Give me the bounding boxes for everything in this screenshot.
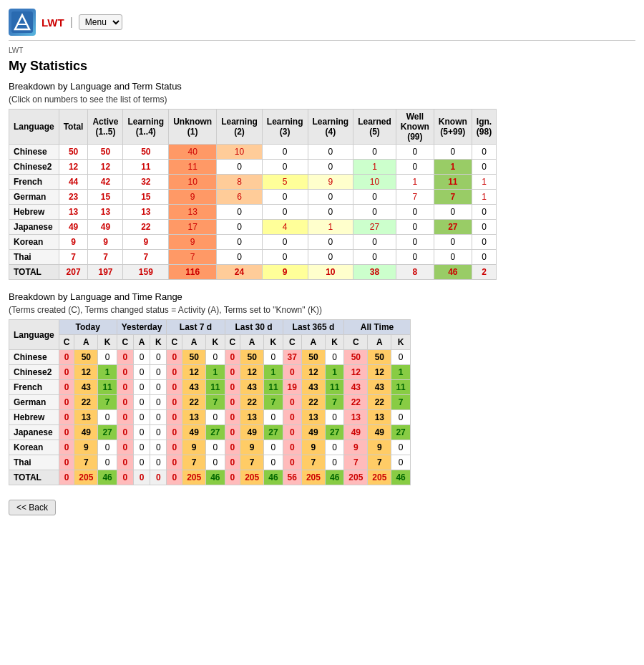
status-cell[interactable]: 15 [123, 190, 169, 205]
status-cell[interactable]: 10 [308, 265, 353, 280]
status-link[interactable]: 11 [141, 162, 150, 172]
status-cell[interactable]: 15 [88, 190, 123, 205]
status-cell[interactable]: 13 [88, 205, 123, 220]
status-cell[interactable]: 27 [434, 220, 472, 235]
status-cell[interactable]: 1 [353, 160, 396, 175]
status-link[interactable]: 1 [413, 177, 418, 187]
status-link[interactable]: 50 [101, 147, 110, 157]
status-link[interactable]: 11 [448, 177, 457, 187]
status-link[interactable]: 1 [482, 192, 487, 202]
status-cell[interactable]: 9 [88, 235, 123, 250]
back-button[interactable]: << Back [9, 500, 56, 515]
status-link[interactable]: 27 [370, 222, 379, 232]
status-cell[interactable]: 13 [123, 205, 169, 220]
status-cell[interactable]: 7 [123, 250, 169, 265]
status-cell[interactable]: 32 [123, 175, 169, 190]
status-link[interactable]: 10 [187, 177, 197, 187]
status-cell[interactable]: 44 [59, 175, 88, 190]
status-cell[interactable]: 13 [59, 205, 88, 220]
status-link[interactable]: 27 [448, 222, 457, 232]
status-link[interactable]: 9 [71, 237, 76, 247]
status-cell[interactable]: 159 [123, 265, 169, 280]
status-link[interactable]: 8 [237, 177, 242, 187]
status-cell[interactable]: 49 [59, 220, 88, 235]
status-cell[interactable]: 24 [217, 265, 263, 280]
status-cell[interactable]: 46 [434, 265, 472, 280]
status-cell[interactable]: 4 [262, 220, 308, 235]
status-cell[interactable]: 2 [472, 265, 496, 280]
status-link[interactable]: 8 [413, 267, 418, 277]
status-link[interactable]: 13 [141, 207, 150, 217]
status-link[interactable]: 1 [451, 162, 456, 172]
status-link[interactable]: 13 [101, 207, 110, 217]
status-link[interactable]: 197 [98, 267, 112, 277]
status-cell[interactable]: 17 [169, 220, 217, 235]
status-link[interactable]: 46 [448, 267, 457, 277]
status-link[interactable]: 17 [187, 222, 197, 232]
status-cell[interactable]: 50 [88, 145, 123, 160]
status-cell[interactable]: 207 [59, 265, 88, 280]
status-cell[interactable]: 116 [169, 265, 217, 280]
status-link[interactable]: 159 [139, 267, 153, 277]
status-cell[interactable]: 7 [396, 190, 434, 205]
status-link[interactable]: 7 [103, 252, 108, 262]
status-cell[interactable]: 10 [217, 145, 263, 160]
status-cell[interactable]: 50 [59, 145, 88, 160]
status-link[interactable]: 12 [69, 162, 78, 172]
status-link[interactable]: 49 [69, 222, 78, 232]
status-cell[interactable]: 8 [396, 265, 434, 280]
status-link[interactable]: 4 [283, 222, 288, 232]
status-link[interactable]: 9 [328, 177, 333, 187]
status-cell[interactable]: 27 [353, 220, 396, 235]
status-cell[interactable]: 9 [169, 190, 217, 205]
status-cell[interactable]: 50 [123, 145, 169, 160]
status-cell[interactable]: 6 [217, 190, 263, 205]
status-link[interactable]: 9 [190, 192, 195, 202]
status-cell[interactable]: 49 [88, 220, 123, 235]
status-cell[interactable]: 11 [123, 160, 169, 175]
status-cell[interactable]: 9 [59, 235, 88, 250]
status-cell[interactable]: 7 [59, 250, 88, 265]
status-cell[interactable]: 8 [217, 175, 263, 190]
status-cell[interactable]: 1 [308, 220, 353, 235]
status-link[interactable]: 49 [101, 222, 110, 232]
status-cell[interactable]: 197 [88, 265, 123, 280]
status-cell[interactable]: 7 [88, 250, 123, 265]
status-link[interactable]: 9 [283, 267, 288, 277]
status-cell[interactable]: 42 [88, 175, 123, 190]
status-link[interactable]: 10 [326, 267, 335, 277]
status-link[interactable]: 10 [370, 177, 379, 187]
status-link[interactable]: 15 [141, 192, 150, 202]
status-cell[interactable]: 7 [169, 250, 217, 265]
status-link[interactable]: 9 [190, 237, 195, 247]
status-link[interactable]: 11 [187, 162, 197, 172]
status-cell[interactable]: 9 [262, 265, 308, 280]
status-link[interactable]: 1 [482, 177, 487, 187]
status-cell[interactable]: 1 [434, 160, 472, 175]
status-link[interactable]: 207 [67, 267, 81, 277]
status-link[interactable]: 2 [482, 267, 487, 277]
status-cell[interactable]: 40 [169, 145, 217, 160]
status-link[interactable]: 42 [101, 177, 110, 187]
status-cell[interactable]: 9 [123, 235, 169, 250]
status-link[interactable]: 6 [237, 192, 242, 202]
status-link[interactable]: 13 [187, 207, 197, 217]
status-link[interactable]: 7 [451, 192, 456, 202]
status-link[interactable]: 44 [69, 177, 78, 187]
status-link[interactable]: 22 [141, 222, 150, 232]
status-cell[interactable]: 7 [434, 190, 472, 205]
status-link[interactable]: 1 [372, 162, 377, 172]
status-link[interactable]: 32 [141, 177, 150, 187]
status-cell[interactable]: 23 [59, 190, 88, 205]
status-link[interactable]: 7 [143, 252, 148, 262]
status-cell[interactable]: 22 [123, 220, 169, 235]
status-cell[interactable]: 9 [169, 235, 217, 250]
status-link[interactable]: 9 [143, 237, 148, 247]
status-cell[interactable]: 11 [169, 160, 217, 175]
status-link[interactable]: 10 [235, 147, 244, 157]
status-link[interactable]: 24 [235, 267, 244, 277]
status-link[interactable]: 5 [283, 177, 288, 187]
menu-select[interactable]: Menu [79, 14, 122, 30]
status-link[interactable]: 15 [101, 192, 110, 202]
status-cell[interactable]: 1 [396, 175, 434, 190]
